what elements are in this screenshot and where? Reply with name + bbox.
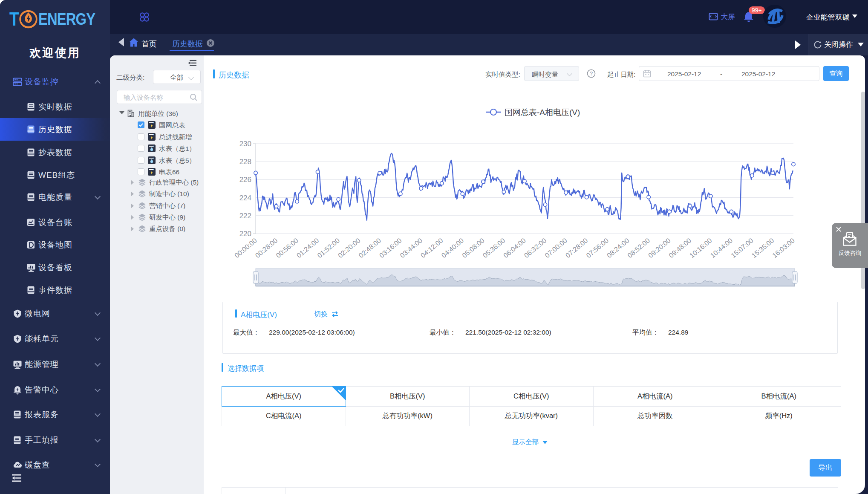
svg-text:00:56:00: 00:56:00 bbox=[274, 237, 300, 259]
svg-text:国网总表-A相电压(V): 国网总表-A相电压(V) bbox=[505, 108, 580, 117]
svg-text:05:08:00: 05:08:00 bbox=[461, 237, 486, 259]
svg-text:04:40:00: 04:40:00 bbox=[440, 237, 465, 259]
svg-text:03:16:00: 03:16:00 bbox=[378, 237, 403, 259]
svg-text:02:48:00: 02:48:00 bbox=[357, 237, 382, 259]
svg-text:228: 228 bbox=[239, 158, 251, 166]
svg-text:226: 226 bbox=[239, 176, 251, 184]
svg-text:01:24:00: 01:24:00 bbox=[295, 237, 320, 259]
svg-text:220: 220 bbox=[239, 230, 251, 238]
svg-text:08:24:00: 08:24:00 bbox=[606, 237, 631, 259]
svg-text:15:07:00: 15:07:00 bbox=[730, 237, 755, 259]
svg-text:224: 224 bbox=[239, 194, 251, 202]
svg-text:00:28:00: 00:28:00 bbox=[254, 237, 279, 259]
svg-text:?: ? bbox=[590, 70, 593, 77]
svg-text:06:04:00: 06:04:00 bbox=[502, 237, 527, 259]
svg-text:00:00:00: 00:00:00 bbox=[233, 237, 258, 259]
svg-text:09:20:00: 09:20:00 bbox=[647, 237, 672, 259]
svg-text:02:20:00: 02:20:00 bbox=[337, 237, 362, 259]
svg-text:10:16:00: 10:16:00 bbox=[688, 237, 713, 259]
svg-text:07:00:00: 07:00:00 bbox=[543, 237, 568, 259]
svg-text:04:12:00: 04:12:00 bbox=[419, 237, 444, 259]
svg-text:07:56:00: 07:56:00 bbox=[585, 237, 610, 259]
svg-text:08:52:00: 08:52:00 bbox=[626, 237, 651, 259]
svg-text:222: 222 bbox=[239, 212, 251, 220]
svg-text:06:32:00: 06:32:00 bbox=[523, 237, 548, 259]
svg-text:05:36:00: 05:36:00 bbox=[482, 237, 507, 259]
svg-text:230: 230 bbox=[239, 140, 251, 148]
svg-text:16:03:00: 16:03:00 bbox=[771, 237, 796, 259]
svg-text:07:28:00: 07:28:00 bbox=[564, 237, 589, 259]
svg-text:09:48:00: 09:48:00 bbox=[668, 237, 693, 259]
svg-text:01:52:00: 01:52:00 bbox=[316, 237, 341, 259]
svg-text:03:44:00: 03:44:00 bbox=[399, 237, 424, 259]
svg-text:15:35:00: 15:35:00 bbox=[750, 237, 776, 259]
svg-text:10:44:00: 10:44:00 bbox=[709, 237, 734, 259]
